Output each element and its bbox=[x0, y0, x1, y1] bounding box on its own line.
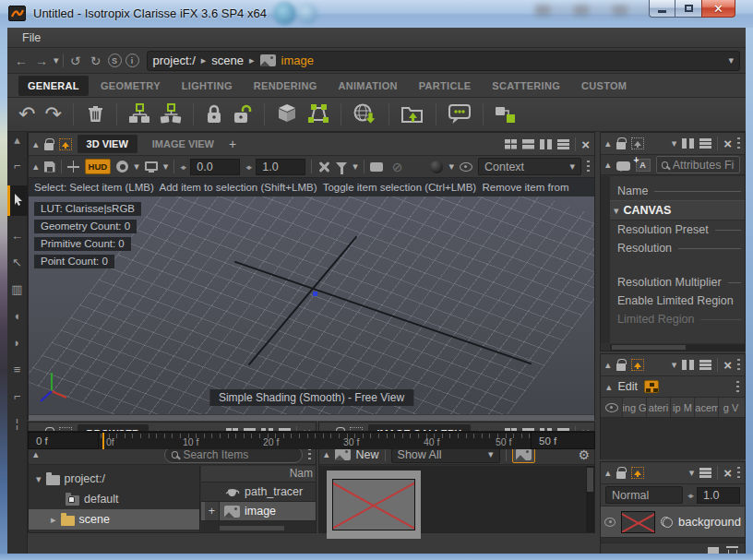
exposure-field[interactable]: 0.0 bbox=[190, 159, 240, 175]
tree-item-default[interactable]: default bbox=[29, 489, 199, 509]
panel-dropdown-icon[interactable] bbox=[672, 360, 677, 370]
comment-icon[interactable] bbox=[616, 161, 630, 171]
layout-stack-icon[interactable] bbox=[699, 468, 711, 478]
lock-panel-icon[interactable] bbox=[616, 471, 626, 479]
measure-tool-icon[interactable]: ¦ bbox=[7, 416, 28, 430]
layout-columns-icon[interactable] bbox=[682, 360, 694, 370]
new-layer-icon[interactable] bbox=[708, 547, 719, 554]
create-combiner-icon[interactable] bbox=[160, 103, 182, 126]
lock-icon[interactable] bbox=[205, 103, 223, 126]
column-displacement[interactable]: lacem bbox=[695, 398, 719, 417]
comment-icon[interactable] bbox=[448, 103, 472, 126]
collapse-search-icon[interactable] bbox=[605, 160, 611, 170]
horizontal-scrollbar[interactable] bbox=[220, 526, 284, 530]
viewport-scroll-strip[interactable] bbox=[29, 414, 594, 421]
tab-particle[interactable]: PARTICLE bbox=[410, 76, 481, 96]
layout-stack-icon[interactable] bbox=[699, 360, 711, 370]
panel-menu-icon[interactable] bbox=[737, 467, 740, 479]
tab-lighting[interactable]: LIGHTING bbox=[173, 76, 242, 96]
gamma-spinner-icon[interactable]: ◂▸ bbox=[245, 162, 250, 172]
delete-icon[interactable] bbox=[85, 103, 105, 126]
visibility-column[interactable] bbox=[601, 398, 623, 417]
list-item-path-tracer[interactable]: path_tracer bbox=[201, 483, 316, 502]
import-reference-icon[interactable] bbox=[353, 102, 377, 127]
rotate-tool-icon[interactable]: ↖ bbox=[7, 256, 28, 269]
timeline-ruler[interactable]: 0f 10 f 20 f 30 f 40 f 50 f bbox=[99, 432, 531, 449]
breadcrumb-parent[interactable]: scene bbox=[211, 54, 244, 67]
display-dropdown-icon[interactable] bbox=[163, 161, 169, 172]
column-shading-variables[interactable]: g V bbox=[719, 398, 743, 417]
nav-forward-icon[interactable]: → bbox=[33, 54, 50, 68]
close-panel-icon[interactable] bbox=[723, 357, 732, 373]
add-view-tab[interactable]: + bbox=[229, 137, 236, 151]
create-context-icon[interactable] bbox=[128, 103, 150, 126]
unlock-icon[interactable] bbox=[233, 103, 253, 126]
new-image-button[interactable]: New bbox=[356, 448, 379, 461]
snap-tool-icon[interactable]: ⌐ bbox=[7, 389, 28, 403]
expand-icon[interactable] bbox=[51, 515, 56, 525]
collapse-panel-icon[interactable] bbox=[605, 468, 611, 478]
tab-scattering[interactable]: SCATTERING bbox=[483, 76, 569, 96]
expand-icon[interactable] bbox=[36, 474, 42, 484]
attributes-filter-input[interactable] bbox=[673, 159, 735, 172]
export-panel-icon[interactable] bbox=[631, 467, 644, 479]
snapshot-icon[interactable]: S bbox=[108, 54, 122, 67]
collapse-toolbar-icon[interactable] bbox=[324, 449, 329, 459]
attribute-row-resolution-multiplier[interactable]: Resolution Multiplier bbox=[610, 273, 745, 292]
expand-cell[interactable]: + bbox=[205, 502, 220, 520]
exposure-spinner-icon[interactable]: ◂▸ bbox=[180, 162, 185, 172]
blend-mode-select[interactable]: Normal bbox=[605, 486, 683, 504]
visibility-icon[interactable] bbox=[460, 162, 472, 172]
layout-stack-icon[interactable] bbox=[557, 139, 569, 149]
camera-icon[interactable] bbox=[370, 162, 383, 172]
hud-toggle[interactable]: HUD bbox=[85, 159, 112, 174]
lasso-tool-icon[interactable]: ◗ bbox=[7, 336, 28, 350]
curve-tool-icon[interactable]: ⌐ bbox=[7, 159, 28, 173]
viewport-3d[interactable]: Select: Select item (LMB) Add item to se… bbox=[29, 178, 594, 421]
collapse-panel-icon[interactable] bbox=[33, 139, 39, 149]
layout-columns-icon[interactable] bbox=[682, 138, 694, 149]
close-panel-icon[interactable] bbox=[723, 136, 732, 151]
list-header-name[interactable]: Nam bbox=[201, 466, 316, 483]
translate-tool-icon[interactable]: ← bbox=[7, 229, 28, 243]
column-clip-map[interactable]: ip M bbox=[671, 398, 695, 417]
attribute-row-resolution[interactable]: Resolution bbox=[610, 239, 745, 257]
paint-tool-icon[interactable]: ◖ bbox=[7, 309, 28, 323]
viewport-menu-icon[interactable] bbox=[587, 161, 590, 173]
layer-row-background[interactable]: background bbox=[601, 506, 745, 538]
hierarchy-mode-icon[interactable] bbox=[644, 380, 659, 393]
layout-columns-icon[interactable] bbox=[540, 139, 552, 149]
tree-item-project[interactable]: project:/ bbox=[29, 469, 199, 489]
attribute-section-canvas[interactable]: CANVAS bbox=[610, 200, 745, 220]
navigation-mode-icon[interactable] bbox=[67, 161, 79, 173]
search-menu-icon[interactable] bbox=[308, 448, 311, 460]
layout-grid-icon[interactable] bbox=[505, 139, 517, 149]
shading-dropdown-icon[interactable] bbox=[448, 161, 454, 172]
collapse-toolbar-icon[interactable] bbox=[33, 161, 39, 172]
search-input[interactable] bbox=[183, 448, 295, 461]
node-link-icon[interactable] bbox=[495, 103, 517, 126]
panel-dropdown-icon[interactable] bbox=[672, 138, 677, 149]
scale-tool-icon[interactable]: ▥ bbox=[7, 282, 28, 296]
menu-file[interactable]: File bbox=[15, 30, 48, 46]
shading-ball-icon[interactable] bbox=[430, 161, 443, 173]
undo-icon[interactable]: ↶ bbox=[18, 104, 35, 125]
gamma-field[interactable]: 1.0 bbox=[256, 159, 305, 175]
tab-general[interactable]: GENERAL bbox=[18, 76, 89, 96]
redo-icon[interactable]: ↷ bbox=[44, 104, 61, 125]
panel-dropdown-icon[interactable] bbox=[689, 468, 695, 478]
item-list-icon[interactable]: ≡ bbox=[7, 363, 28, 376]
nav-back-icon[interactable]: ← bbox=[13, 54, 30, 68]
breadcrumb-dropdown-icon[interactable] bbox=[728, 55, 734, 66]
close-panel-icon[interactable] bbox=[723, 465, 732, 481]
transform-handles-icon[interactable] bbox=[307, 103, 329, 126]
export-panel-icon[interactable] bbox=[631, 359, 644, 371]
tab-custom[interactable]: CUSTOM bbox=[572, 76, 636, 96]
tab-image-view[interactable]: IMAGE VIEW bbox=[143, 135, 223, 153]
lock-panel-icon[interactable] bbox=[616, 363, 626, 371]
color-dropdown-icon[interactable] bbox=[134, 161, 139, 172]
panel-menu-icon[interactable] bbox=[737, 359, 740, 371]
layout-rows-icon[interactable] bbox=[522, 139, 534, 149]
nav-undo-context-icon[interactable]: ↺ bbox=[67, 54, 84, 68]
breadcrumb-separator-icon[interactable] bbox=[249, 55, 255, 66]
